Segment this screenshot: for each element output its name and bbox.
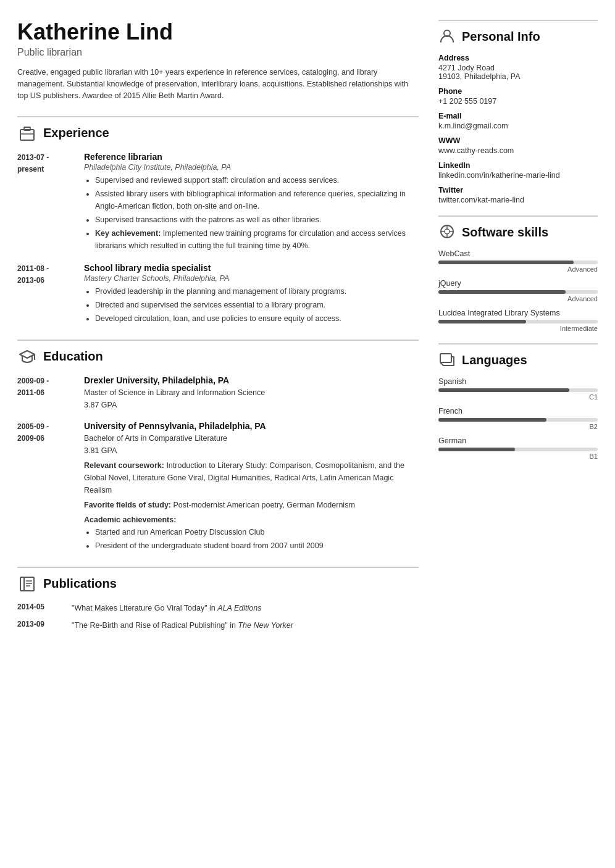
skill-bar-3-fill <box>438 320 526 323</box>
email-value: k.m.lind@gmail.com <box>438 122 598 130</box>
list-item: Directed and supervised the services ess… <box>95 299 419 311</box>
education-entry-2: 2005-09 - 2009-06 University of Pennsylv… <box>17 421 419 553</box>
twitter-value: twitter.com/kat-marie-lind <box>438 196 598 204</box>
pub-entry-1: 2014-05 "What Makes Literature Go Viral … <box>17 603 419 614</box>
list-item: Assisted library users with bibliographi… <box>95 188 419 212</box>
edu1-degree: Master of Science in Library and Informa… <box>84 386 419 399</box>
exp2-content: School library media specialist Mastery … <box>84 263 419 326</box>
languages-icon <box>438 351 456 370</box>
address-value: 4271 Jody Road19103, Philadelphia, PA <box>438 64 598 81</box>
lang-bar-3-bg <box>438 448 598 451</box>
personal-info-icon <box>438 27 456 46</box>
lang-name-2: French <box>438 407 598 415</box>
skill-bar-2-bg <box>438 290 598 294</box>
svg-rect-0 <box>20 130 34 140</box>
education-title: Education <box>43 349 103 364</box>
skill-bar-1-bg <box>438 261 598 264</box>
pub-entry-2: 2013-09 "The Re-Birth and Rise of Radica… <box>17 620 419 632</box>
publications-title: Publications <box>43 577 117 591</box>
edu2-date: 2005-09 - 2009-06 <box>17 421 73 553</box>
svg-rect-6 <box>24 577 34 591</box>
languages-section-header: Languages <box>438 343 598 370</box>
exp2-bullets: Provided leadership in the planning and … <box>84 285 419 325</box>
linkedin-label: LinkedIn <box>438 161 598 170</box>
svg-point-12 <box>445 229 450 234</box>
edu1-institution: Drexler University, Philadelphia, PA <box>84 375 419 385</box>
lang-name-3: German <box>438 436 598 445</box>
phone-value: +1 202 555 0197 <box>438 97 598 106</box>
exp1-job-title: Reference librarian <box>84 152 419 162</box>
pub2-date: 2013-09 <box>17 620 61 632</box>
experience-entry-1: 2013-07 - present Reference librarian Ph… <box>17 152 419 253</box>
list-item: Key achievement: Implemented new trainin… <box>95 227 419 252</box>
lang-level-1: C1 <box>438 393 598 401</box>
list-item: Developed circulation, loan, and use pol… <box>95 312 419 325</box>
pub2-text: "The Re-Birth and Rise of Radical Publis… <box>72 620 293 632</box>
exp1-content: Reference librarian Philadelphia City In… <box>84 152 419 253</box>
list-item: Started and run American Poetry Discussi… <box>95 526 419 538</box>
lang-bar-2-fill <box>438 418 546 422</box>
edu1-content: Drexler University, Philadelphia, PA Mas… <box>84 375 419 411</box>
pub1-date: 2014-05 <box>17 603 61 614</box>
edu1-date: 2009-09 - 2011-06 <box>17 375 73 411</box>
svg-rect-17 <box>440 354 451 362</box>
skill-level-2: Advanced <box>438 295 598 303</box>
publications-icon <box>17 574 37 594</box>
education-entry-1: 2009-09 - 2011-06 Drexler University, Ph… <box>17 375 419 411</box>
skill-name-3: Lucidea Integrated Library Systems <box>438 309 598 317</box>
personal-info-section-header: Personal Info <box>438 20 598 46</box>
education-icon <box>17 347 37 367</box>
list-item: President of the undergraduate student b… <box>95 540 419 552</box>
address-label: Address <box>438 54 598 62</box>
publications-section-header: Publications <box>17 567 419 594</box>
edu2-favorite: Favorite fields of study: Post-modernist… <box>84 499 419 511</box>
www-label: WWW <box>438 136 598 145</box>
edu2-content: University of Pennsylvania, Philadelphia… <box>84 421 419 553</box>
software-skills-icon <box>438 223 456 242</box>
linkedin-value: linkedin.com/in/katherine-marie-lind <box>438 171 598 180</box>
skill-name-2: jQuery <box>438 279 598 288</box>
personal-info-title: Personal Info <box>462 30 540 44</box>
list-item: Provided leadership in the planning and … <box>95 285 419 298</box>
experience-entry-2: 2011-08 - 2013-06 School library media s… <box>17 263 419 326</box>
edu2-achievements-label: Academic achievements: <box>84 514 419 526</box>
exp1-company: Philadelphia City Institute, Philadelphi… <box>84 163 419 172</box>
twitter-label: Twitter <box>438 186 598 194</box>
edu2-gpa: 3.81 GPA <box>84 444 419 457</box>
languages-title: Languages <box>462 353 527 367</box>
skill-name-1: WebCast <box>438 249 598 258</box>
skill-bar-3-bg <box>438 320 598 323</box>
list-item: Supervised and reviewed support staff: c… <box>95 174 419 186</box>
lang-bar-2-bg <box>438 418 598 422</box>
lang-level-2: B2 <box>438 423 598 430</box>
exp2-company: Mastery Charter Schools, Philadelphia, P… <box>84 274 419 283</box>
education-section-header: Education <box>17 340 419 367</box>
skill-bar-1-fill <box>438 261 574 264</box>
lang-name-1: Spanish <box>438 377 598 386</box>
svg-rect-1 <box>24 127 30 130</box>
lang-bar-1-fill <box>438 388 569 392</box>
experience-icon <box>17 123 37 143</box>
skill-level-1: Advanced <box>438 265 598 273</box>
edu2-relevant: Relevant coursework: Introduction to Lit… <box>84 459 419 496</box>
exp1-date: 2013-07 - present <box>17 152 73 253</box>
skill-bar-2-fill <box>438 290 566 294</box>
email-label: E-mail <box>438 112 598 120</box>
experience-section-header: Experience <box>17 116 419 143</box>
software-skills-section-header: Software skills <box>438 215 598 242</box>
candidate-title: Public librarian <box>17 47 419 58</box>
skill-level-3: Intermediate <box>438 325 598 332</box>
edu2-institution: University of Pennsylvania, Philadelphia… <box>84 421 419 431</box>
lang-bar-1-bg <box>438 388 598 392</box>
www-value: www.cathy-reads.com <box>438 146 598 155</box>
edu1-gpa: 3.87 GPA <box>84 399 419 411</box>
candidate-summary: Creative, engaged public librarian with … <box>17 67 419 102</box>
candidate-name: Katherine Lind <box>17 20 419 44</box>
pub1-text: "What Makes Literature Go Viral Today" i… <box>72 603 261 614</box>
edu2-degree: Bachelor of Arts in Comparative Literatu… <box>84 432 419 444</box>
phone-label: Phone <box>438 87 598 96</box>
list-item: Supervised transactions with the patrons… <box>95 214 419 226</box>
experience-title: Experience <box>43 126 109 140</box>
lang-bar-3-fill <box>438 448 515 451</box>
lang-level-3: B1 <box>438 453 598 460</box>
